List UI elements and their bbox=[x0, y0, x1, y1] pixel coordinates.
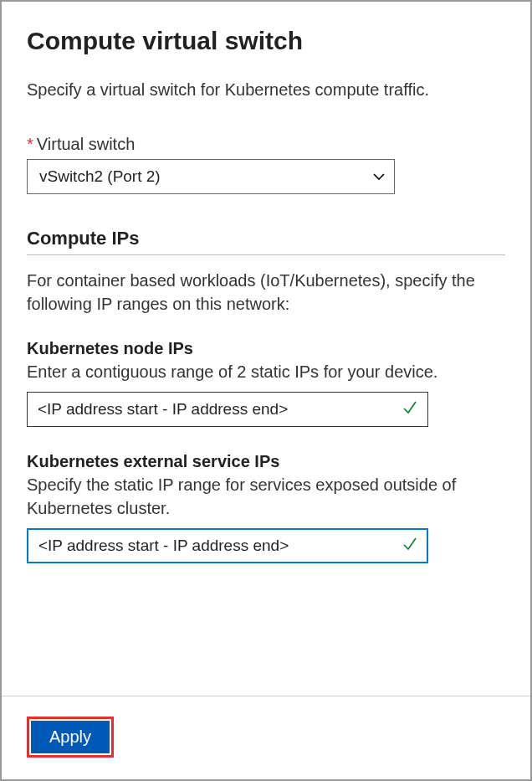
compute-ips-description: For container based workloads (IoT/Kuber… bbox=[27, 269, 505, 316]
virtual-switch-label: *Virtual switch bbox=[27, 135, 505, 154]
apply-button[interactable]: Apply bbox=[31, 721, 110, 753]
virtual-switch-select[interactable]: vSwitch2 (Port 2) bbox=[27, 159, 395, 194]
service-ips-input-wrapper bbox=[27, 528, 428, 563]
virtual-switch-label-text: Virtual switch bbox=[37, 135, 135, 153]
main-content: Compute virtual switch Specify a virtual… bbox=[2, 2, 530, 696]
node-ips-description: Enter a contiguous range of 2 static IPs… bbox=[27, 360, 505, 383]
page-title: Compute virtual switch bbox=[27, 27, 505, 55]
footer: Apply bbox=[2, 696, 530, 779]
node-ips-heading: Kubernetes node IPs bbox=[27, 339, 505, 358]
virtual-switch-value: vSwitch2 (Port 2) bbox=[39, 167, 161, 186]
virtual-switch-select-wrapper: vSwitch2 (Port 2) bbox=[27, 159, 395, 194]
apply-button-highlight: Apply bbox=[27, 717, 114, 758]
required-indicator: * bbox=[27, 135, 33, 153]
service-ips-heading: Kubernetes external service IPs bbox=[27, 452, 505, 471]
node-ips-input-wrapper bbox=[27, 392, 428, 427]
compute-ips-heading: Compute IPs bbox=[27, 228, 505, 255]
service-ips-input[interactable] bbox=[27, 528, 428, 563]
service-ips-description: Specify the static IP range for services… bbox=[27, 473, 505, 520]
node-ips-input[interactable] bbox=[27, 392, 428, 427]
page-description: Specify a virtual switch for Kubernetes … bbox=[27, 79, 505, 101]
